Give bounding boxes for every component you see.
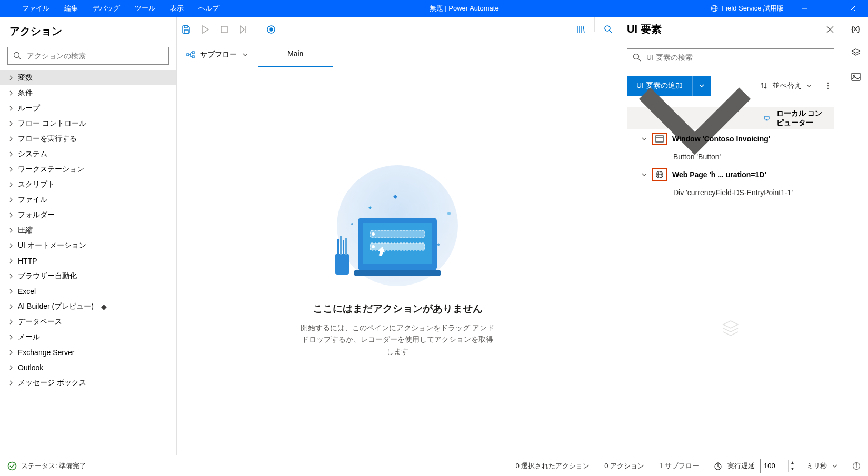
chevron-right-icon (8, 380, 14, 386)
computer-icon (764, 114, 770, 123)
status-ready: ステータス: 準備完了 (7, 461, 86, 471)
subflow-dropdown[interactable]: サブフロー (177, 42, 258, 67)
action-category[interactable]: フォルダー (0, 207, 176, 222)
menu-file[interactable]: ファイル (15, 0, 57, 17)
action-category[interactable]: Exchange Server (0, 345, 176, 360)
status-text: ステータス: 準備完了 (21, 461, 86, 471)
save-button[interactable] (177, 17, 196, 42)
run-delay-spinner[interactable]: ▲▼ (788, 460, 796, 472)
spinner-down[interactable]: ▼ (789, 466, 796, 472)
action-category-label: フォルダー (18, 210, 55, 220)
search-button[interactable] (599, 17, 618, 42)
action-category[interactable]: システム (0, 146, 176, 161)
record-button[interactable] (262, 17, 281, 42)
trial-badge[interactable]: Field Service 試用版 (702, 4, 792, 13)
action-category[interactable]: メッセージ ボックス (0, 375, 176, 390)
library-button[interactable] (571, 17, 590, 42)
action-category[interactable]: 条件 (0, 85, 176, 100)
status-actions-count: 0 アクション (604, 461, 644, 471)
menu-view[interactable]: 表示 (163, 0, 191, 17)
window-icon-highlight (652, 133, 667, 145)
svg-point-32 (372, 232, 375, 236)
action-category[interactable]: 圧縮 (0, 222, 176, 238)
run-delay-value[interactable] (761, 462, 788, 470)
action-category-label: UI オートメーション (18, 241, 86, 250)
chevron-right-icon (8, 243, 14, 248)
globe-icon (710, 4, 719, 13)
run-delay-label: 実行遅延 (727, 461, 755, 471)
more-button[interactable] (822, 82, 834, 90)
actions-tree[interactable]: 変数条件ループフロー コントロールフローを実行するシステムワークステーションスク… (0, 70, 176, 455)
svg-rect-58 (852, 73, 860, 80)
action-category[interactable]: ファイル (0, 192, 176, 207)
chevron-right-icon (8, 106, 14, 111)
action-category-label: データベース (18, 317, 62, 327)
chevron-right-icon (8, 212, 14, 218)
images-rail-button[interactable] (851, 72, 861, 82)
chevron-right-icon (8, 167, 14, 172)
action-category[interactable]: UI オートメーション (0, 238, 176, 253)
svg-rect-24 (192, 52, 194, 54)
action-category[interactable]: メール (0, 329, 176, 345)
statusbar: ステータス: 準備完了 0 選択されたアクション 0 アクション 1 サブフロー… (0, 455, 868, 476)
sort-icon (760, 82, 768, 90)
svg-line-22 (610, 31, 612, 33)
tab-main[interactable]: Main (258, 42, 333, 67)
menu-debug[interactable]: デバッグ (85, 0, 127, 17)
maximize-button[interactable] (816, 0, 841, 17)
step-button[interactable] (234, 17, 253, 42)
chevron-right-icon (8, 335, 14, 340)
variables-rail-button[interactable]: {x} (851, 23, 861, 34)
action-category-label: ワークステーション (18, 165, 84, 174)
tree-node-webpage[interactable]: Web Page 'h ... uration=1D' (627, 165, 834, 184)
empty-illustration (313, 165, 482, 286)
action-category-label: ループ (18, 104, 40, 113)
empty-title: ここにはまだアクションがありません (313, 302, 483, 316)
action-category[interactable]: フロー コントロール (0, 116, 176, 131)
action-category[interactable]: フローを実行する (0, 131, 176, 146)
action-category[interactable]: AI Builder (プレビュー)◆ (0, 299, 176, 314)
tree-root-local-computer[interactable]: ローカル コンピューター (627, 107, 834, 129)
run-button[interactable] (196, 17, 215, 42)
menu-tools[interactable]: ツール (127, 0, 163, 17)
close-button[interactable] (841, 0, 865, 17)
svg-rect-38 (345, 238, 347, 255)
ui-elements-rail-button[interactable] (851, 47, 861, 58)
svg-rect-48 (764, 116, 769, 119)
flow-canvas[interactable]: ここにはまだアクションがありません 開始するには、このペインにアクションをドラッ… (177, 67, 618, 455)
actions-search-input[interactable] (27, 52, 163, 60)
action-category[interactable]: Excel (0, 283, 176, 299)
tree-leaf-div[interactable]: Div 'currencyField-DS-EntryPoint1-1' (627, 184, 834, 201)
sort-button[interactable]: 並べ替え (760, 81, 812, 90)
tree-leaf-button[interactable]: Button 'Button' (627, 148, 834, 165)
action-category-label: システム (18, 149, 47, 159)
tree-node-window[interactable]: Window 'Contoso Invoicing' (627, 129, 834, 148)
action-category[interactable]: HTTP (0, 253, 176, 268)
ui-elements-tree: ローカル コンピューター Window 'Contoso Invoicing' … (627, 107, 834, 455)
close-panel-icon[interactable] (826, 25, 834, 34)
chevron-right-icon (8, 136, 14, 141)
action-category[interactable]: ブラウザー自動化 (0, 268, 176, 283)
info-icon[interactable] (852, 462, 861, 470)
menu-edit[interactable]: 編集 (57, 0, 85, 17)
action-category[interactable]: データベース (0, 314, 176, 329)
run-delay-input[interactable]: ▲▼ (760, 459, 801, 473)
minimize-button[interactable] (792, 0, 816, 17)
action-category[interactable]: スクリプト (0, 177, 176, 192)
action-category[interactable]: 変数 (0, 70, 176, 85)
chevron-right-icon (8, 197, 14, 202)
action-category[interactable]: ループ (0, 100, 176, 116)
stop-button[interactable] (215, 17, 234, 42)
chevron-down-icon (832, 463, 837, 469)
action-category[interactable]: ワークステーション (0, 161, 176, 177)
status-subflows-count: 1 サブフロー (659, 461, 699, 471)
chevron-down-icon (642, 172, 647, 177)
run-delay-unit[interactable]: ミリ秒 (806, 461, 827, 471)
menu-help[interactable]: ヘルプ (191, 0, 226, 17)
action-category[interactable]: Outlook (0, 360, 176, 375)
actions-search[interactable] (7, 47, 169, 65)
spinner-up[interactable]: ▲ (789, 460, 796, 466)
svg-rect-51 (656, 136, 663, 142)
tree-node-window-label: Window 'Contoso Invoicing' (672, 135, 770, 143)
chevron-right-icon (8, 350, 14, 355)
